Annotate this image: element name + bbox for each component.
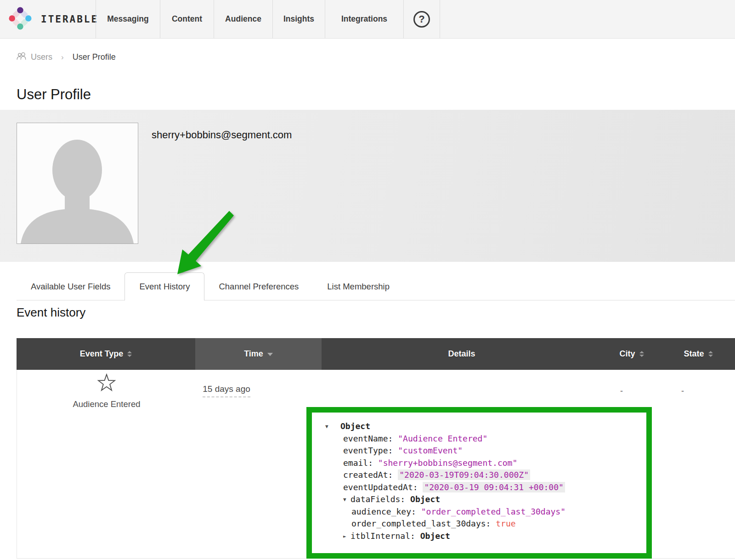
- json-value: "2020-03-19 09:04:31 +00:00": [423, 482, 565, 492]
- nav-item-insights[interactable]: Insights: [272, 0, 325, 38]
- json-key: createdAt:: [343, 470, 398, 480]
- breadcrumb-current: User Profile: [73, 52, 116, 62]
- json-value: "customEvent": [398, 446, 463, 455]
- column-label: Details: [448, 349, 475, 359]
- expand-toggle-icon[interactable]: ►: [343, 531, 351, 543]
- users-icon: [17, 52, 27, 62]
- column-header-city[interactable]: City: [602, 338, 662, 370]
- json-value: Object: [420, 531, 450, 541]
- event-table-header: Event TypeTimeDetailsCityState: [17, 338, 735, 370]
- column-label: Time: [244, 349, 263, 359]
- collapse-toggle-icon[interactable]: ▼: [325, 421, 334, 433]
- event-time-value[interactable]: 15 days ago: [203, 384, 250, 397]
- section-heading: Event history: [17, 305, 85, 320]
- nav-item-messaging[interactable]: Messaging: [96, 0, 160, 38]
- tab-list-membership[interactable]: List Membership: [313, 272, 404, 300]
- json-value: true: [496, 519, 515, 528]
- event-city-value: -: [612, 386, 631, 396]
- column-label: Event Type: [80, 349, 124, 359]
- json-key: dataFields:: [351, 494, 410, 504]
- event-details-annotation-box: ▼ObjecteventName: "Audience Entered"even…: [306, 407, 652, 559]
- json-key: email:: [343, 458, 378, 468]
- profile-hero: sherry+bobbins@segment.com: [0, 110, 735, 262]
- json-value: "2020-03-19T09:04:30.000Z": [398, 469, 530, 480]
- tab-available-user-fields[interactable]: Available User Fields: [17, 272, 124, 300]
- json-object-label: Object: [340, 421, 370, 431]
- breadcrumb-users-label: Users: [31, 52, 52, 62]
- collapse-toggle-icon[interactable]: ▼: [343, 494, 351, 506]
- json-line: ►itblInternal: Object: [325, 530, 643, 543]
- json-key: eventType:: [343, 446, 398, 455]
- page-title: User Profile: [17, 86, 91, 103]
- json-line: ▼dataFields: Object: [325, 493, 643, 506]
- iterable-logo[interactable]: ITERABLE: [0, 0, 96, 38]
- json-line: ▼Object: [325, 420, 643, 433]
- tab-event-history[interactable]: Event History: [124, 272, 204, 300]
- event-table-body: Audience Entered 15 days ago - - ▼Object…: [17, 370, 735, 559]
- event-details-json: ▼ObjecteventName: "Audience Entered"even…: [312, 413, 646, 542]
- json-key: itblInternal:: [351, 531, 420, 541]
- sort-icon: [708, 351, 713, 357]
- json-value: "sherry+bobbins@segment.com": [378, 458, 517, 468]
- help-icon: ?: [413, 11, 430, 28]
- breadcrumb-chevron-icon: ›: [57, 53, 68, 62]
- tab-channel-preferences[interactable]: Channel Preferences: [204, 272, 313, 300]
- json-key: audience_key:: [351, 507, 421, 516]
- event-state-value: -: [673, 386, 692, 396]
- json-line: createdAt: "2020-03-19T09:04:30.000Z": [325, 469, 643, 481]
- nav-item-audience[interactable]: Audience: [214, 0, 272, 38]
- user-profile-page: ITERABLE MessagingContentAudienceInsight…: [0, 0, 735, 560]
- breadcrumb: Users › User Profile: [17, 52, 116, 62]
- profile-tabs: Available User FieldsEvent HistoryChanne…: [17, 272, 735, 300]
- column-header-time[interactable]: Time: [195, 338, 322, 370]
- sort-icon: [127, 351, 132, 357]
- brand-name: ITERABLE: [41, 14, 98, 25]
- json-line: eventName: "Audience Entered": [325, 433, 643, 445]
- event-time-cell: 15 days ago: [190, 384, 263, 394]
- top-navigation-bar: ITERABLE MessagingContentAudienceInsight…: [0, 0, 735, 39]
- column-header-event-type[interactable]: Event Type: [17, 338, 195, 370]
- json-key: eventName:: [343, 434, 398, 443]
- avatar-silhouette-icon: [17, 123, 138, 243]
- user-email: sherry+bobbins@segment.com: [152, 129, 292, 141]
- json-key: order_completed_last_30days:: [351, 519, 496, 528]
- help-button[interactable]: ?: [403, 0, 440, 38]
- json-key: eventUpdatedAt:: [343, 482, 423, 492]
- json-line: audience_key: "order_completed_last_30da…: [325, 506, 643, 518]
- custom-event-star-icon: [97, 373, 116, 394]
- column-header-details: Details: [322, 338, 602, 370]
- json-line: eventType: "customEvent": [325, 445, 643, 457]
- json-line: eventUpdatedAt: "2020-03-19 09:04:31 +00…: [325, 481, 643, 494]
- column-label: City: [619, 349, 635, 359]
- json-line: email: "sherry+bobbins@segment.com": [325, 457, 643, 469]
- json-value: Object: [410, 494, 440, 504]
- sort-icon: [639, 351, 644, 357]
- sort-desc-icon: [267, 353, 273, 356]
- avatar: [17, 123, 138, 244]
- json-value: "Audience Entered": [398, 434, 487, 443]
- iterable-logo-icon: [7, 5, 34, 34]
- column-header-state[interactable]: State: [662, 338, 735, 370]
- event-type-value: Audience Entered: [61, 399, 153, 409]
- json-line: order_completed_last_30days: true: [325, 518, 643, 530]
- nav-item-integrations[interactable]: Integrations: [325, 0, 403, 38]
- breadcrumb-users-link[interactable]: Users: [17, 52, 52, 62]
- nav-menu: MessagingContentAudienceInsightsIntegrat…: [96, 0, 403, 38]
- json-value: "order_completed_last_30days": [421, 507, 565, 516]
- column-label: State: [684, 349, 704, 359]
- nav-item-content[interactable]: Content: [160, 0, 214, 38]
